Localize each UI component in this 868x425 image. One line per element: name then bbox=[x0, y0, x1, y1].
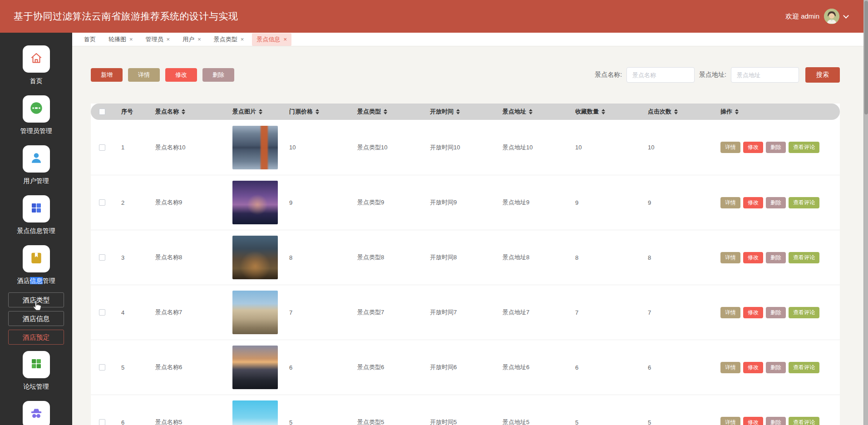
page-scrollbar[interactable] bbox=[863, 0, 868, 425]
row-action-button[interactable]: 详情 bbox=[720, 362, 740, 373]
favorite-count: 6 bbox=[570, 364, 642, 371]
sort-icon[interactable] bbox=[316, 109, 319, 114]
row-checkbox-cell bbox=[91, 309, 116, 316]
tab-item[interactable]: 管理员× bbox=[141, 33, 175, 46]
row-action-button[interactable]: 删除 bbox=[766, 197, 786, 208]
sidebar-item-label: 用户管理 bbox=[24, 177, 49, 185]
tab-item[interactable]: 轮播图× bbox=[104, 33, 138, 46]
sort-icon[interactable] bbox=[182, 109, 185, 114]
row-action-button[interactable]: 查看评论 bbox=[789, 417, 819, 425]
sidebar-submenu-item[interactable]: 酒店类型 bbox=[8, 292, 64, 307]
row-action-button[interactable]: 详情 bbox=[720, 142, 740, 153]
row-action-button[interactable]: 删除 bbox=[766, 307, 786, 318]
sidebar-icon-card[interactable] bbox=[23, 351, 50, 378]
sort-icon[interactable] bbox=[384, 109, 387, 114]
sidebar-item[interactable] bbox=[0, 401, 72, 425]
tab-item[interactable]: 景点信息× bbox=[252, 33, 291, 46]
close-icon[interactable]: × bbox=[197, 36, 201, 42]
sidebar-icon-card[interactable] bbox=[23, 195, 50, 222]
row-action-button[interactable]: 详情 bbox=[720, 197, 740, 208]
close-icon[interactable]: × bbox=[167, 36, 170, 42]
row-action-button[interactable]: 查看评论 bbox=[789, 142, 819, 153]
sidebar-icon-card[interactable] bbox=[23, 45, 50, 73]
sort-icon[interactable] bbox=[529, 109, 533, 114]
row-checkbox[interactable] bbox=[99, 254, 105, 261]
row-action-button[interactable]: 详情 bbox=[720, 307, 740, 318]
user-menu[interactable]: 欢迎 admin bbox=[785, 9, 848, 24]
row-action-button[interactable]: 删除 bbox=[766, 417, 786, 425]
row-actions: 详情修改删除查看评论 bbox=[715, 307, 840, 318]
sort-icon[interactable] bbox=[602, 109, 605, 114]
row-action-button[interactable]: 查看评论 bbox=[789, 197, 819, 208]
row-action-button[interactable]: 详情 bbox=[720, 252, 740, 263]
click-count: 5 bbox=[642, 419, 715, 425]
tab-label: 景点类型 bbox=[214, 35, 237, 44]
sidebar-item[interactable]: 用户管理 bbox=[0, 145, 72, 185]
sort-icon[interactable] bbox=[735, 109, 739, 114]
sidebar-item[interactable]: 景点信息管理 bbox=[0, 195, 72, 235]
row-action-button[interactable]: 删除 bbox=[766, 362, 786, 373]
column-header-label: 门票价格 bbox=[289, 108, 313, 116]
row-action-button[interactable]: 修改 bbox=[743, 417, 763, 425]
row-action-button[interactable]: 查看评论 bbox=[789, 362, 819, 373]
toolbar-button[interactable]: 详情 bbox=[128, 68, 160, 82]
row-checkbox[interactable] bbox=[99, 199, 105, 206]
selected-text: 信息 bbox=[30, 277, 43, 284]
search-button[interactable]: 搜索 bbox=[805, 67, 840, 83]
sort-desc-arrow bbox=[602, 112, 605, 114]
sidebar-submenu: 酒店类型酒店信息酒店预定 bbox=[0, 292, 72, 345]
row-checkbox[interactable] bbox=[99, 309, 105, 316]
select-all-checkbox[interactable] bbox=[99, 109, 105, 115]
sidebar-item[interactable]: 论坛管理 bbox=[0, 351, 72, 391]
row-actions: 详情修改删除查看评论 bbox=[715, 417, 840, 425]
toolbar-button[interactable]: 修改 bbox=[165, 68, 197, 82]
row-action-button[interactable]: 修改 bbox=[743, 362, 763, 373]
scrollbar-thumb[interactable] bbox=[864, 1, 868, 114]
click-count: 6 bbox=[642, 364, 715, 371]
sidebar-icon-card[interactable] bbox=[23, 245, 50, 272]
scenic-name-input[interactable] bbox=[626, 67, 695, 83]
row-action-button[interactable]: 查看评论 bbox=[789, 307, 819, 318]
sidebar-submenu-item[interactable]: 酒店信息 bbox=[8, 311, 64, 326]
sort-desc-arrow bbox=[674, 112, 678, 114]
toolbar-button[interactable]: 新增 bbox=[91, 68, 123, 82]
sidebar-icon-card[interactable] bbox=[23, 145, 50, 173]
table-row: 1景点名称1010景点类型10开放时间10景点地址101010详情修改删除查看评… bbox=[91, 120, 840, 175]
open-time: 开放时间5 bbox=[424, 418, 497, 425]
close-icon[interactable]: × bbox=[241, 36, 244, 42]
close-icon[interactable]: × bbox=[283, 36, 287, 42]
toolbar-button[interactable]: 删除 bbox=[202, 68, 234, 82]
row-action-button[interactable]: 修改 bbox=[743, 307, 763, 318]
sidebar-item[interactable]: 酒店信息管理 bbox=[0, 245, 72, 285]
row-action-button[interactable]: 查看评论 bbox=[789, 252, 819, 263]
row-action-button[interactable]: 删除 bbox=[766, 252, 786, 263]
sort-icon[interactable] bbox=[456, 109, 460, 114]
row-checkbox[interactable] bbox=[99, 419, 105, 425]
row-checkbox-cell bbox=[91, 199, 116, 206]
tab-item[interactable]: 景点类型× bbox=[209, 33, 249, 46]
click-count: 9 bbox=[642, 199, 715, 206]
row-checkbox[interactable] bbox=[99, 144, 105, 151]
sidebar-item[interactable]: 首页 bbox=[0, 45, 72, 85]
scenic-address-input[interactable] bbox=[731, 67, 799, 83]
row-action-button[interactable]: 修改 bbox=[743, 142, 763, 153]
chevron-down-icon[interactable] bbox=[843, 13, 849, 19]
sidebar-submenu-item[interactable]: 酒店预定 bbox=[8, 330, 64, 345]
table-header-row: 序号景点名称景点图片门票价格景点类型开放时间景点地址收藏数量点击次数操作 bbox=[91, 104, 840, 120]
row-action-button[interactable]: 修改 bbox=[743, 197, 763, 208]
row-checkbox[interactable] bbox=[99, 364, 105, 371]
close-icon[interactable]: × bbox=[129, 36, 133, 42]
sort-icon[interactable] bbox=[674, 109, 678, 114]
sidebar-icon-card[interactable] bbox=[23, 95, 50, 123]
row-action-button[interactable]: 修改 bbox=[743, 252, 763, 263]
sort-icon[interactable] bbox=[259, 109, 262, 114]
avatar[interactable] bbox=[824, 9, 839, 24]
row-action-button[interactable]: 详情 bbox=[720, 417, 740, 425]
tab-item[interactable]: 用户× bbox=[178, 33, 206, 46]
tab-item[interactable]: 首页 bbox=[79, 33, 100, 46]
row-action-button[interactable]: 删除 bbox=[766, 142, 786, 153]
sidebar-icon-card[interactable] bbox=[23, 401, 50, 425]
row-index: 1 bbox=[116, 144, 150, 151]
sidebar-item[interactable]: 管理员管理 bbox=[0, 95, 72, 135]
sort-asc-arrow bbox=[674, 109, 678, 111]
